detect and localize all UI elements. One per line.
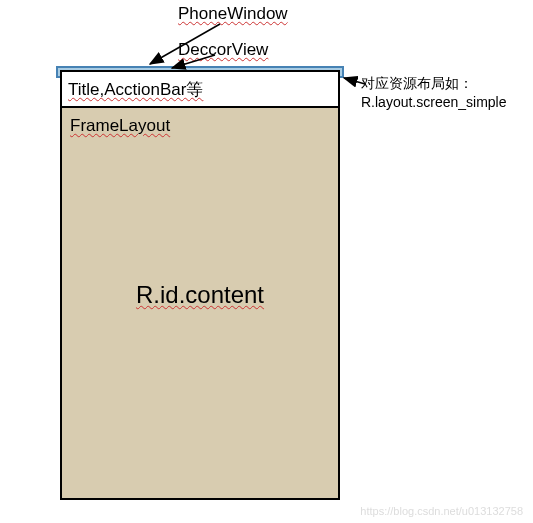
phonewindow-container: Title,AcctionBar等 FrameLayout R.id.conte… <box>60 70 340 500</box>
phonewindow-text: PhoneWindow <box>178 4 288 23</box>
frame-layout-text: FrameLayout <box>70 116 170 135</box>
frame-layout-section: FrameLayout R.id.content <box>62 108 338 498</box>
deccorview-label: DeccorView <box>178 40 268 60</box>
annotation-label: 对应资源布局如： R.layout.screen_simple <box>361 74 507 112</box>
title-actionbar-text: Title,AcctionBar等 <box>68 80 203 99</box>
annotation-line1: 对应资源布局如： <box>361 74 507 93</box>
annotation-line2: R.layout.screen_simple <box>361 93 507 112</box>
watermark: https://blog.csdn.net/u013132758 <box>360 505 523 517</box>
deccorview-text: DeccorView <box>178 40 268 59</box>
title-actionbar-section: Title,AcctionBar等 <box>62 72 338 108</box>
phonewindow-label: PhoneWindow <box>178 4 288 24</box>
content-id-label: R.id.content <box>136 281 264 309</box>
frame-layout-label: FrameLayout <box>70 116 170 136</box>
content-id-text: R.id.content <box>136 281 264 308</box>
